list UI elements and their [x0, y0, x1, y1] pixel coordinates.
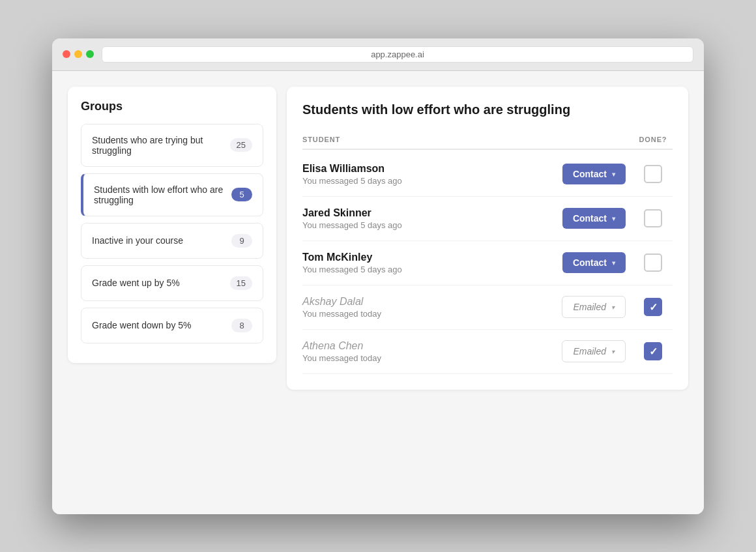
student-info: Elisa Williamson You messaged 5 days ago	[302, 163, 562, 186]
group-label: Students who are trying but struggling	[92, 135, 230, 156]
app-layout: Groups Students who are trying but strug…	[68, 87, 688, 390]
action-area: Emailed ▾	[562, 296, 673, 318]
address-bar[interactable]: app.zappee.ai	[102, 46, 693, 63]
group-label: Inactive in your course	[92, 235, 231, 246]
student-row-jared: Jared Skinner You messaged 5 days ago Co…	[302, 197, 673, 241]
done-checkbox-jared[interactable]	[644, 209, 662, 227]
done-checkbox-athena[interactable]	[644, 342, 662, 360]
group-item-inactive[interactable]: Inactive in your course 9	[81, 223, 263, 259]
action-button-athena[interactable]: Emailed ▾	[562, 340, 626, 362]
column-done: DONE?	[633, 136, 673, 143]
done-checkbox-elisa[interactable]	[644, 165, 662, 183]
student-info: Tom McKinley You messaged 5 days ago	[302, 252, 562, 274]
group-badge: 25	[230, 138, 252, 152]
student-info: Jared Skinner You messaged 5 days ago	[302, 207, 562, 230]
group-badge: 8	[231, 319, 252, 332]
chevron-down-icon: ▾	[612, 259, 615, 267]
sidebar: Groups Students who are trying but strug…	[68, 87, 276, 363]
traffic-lights	[63, 50, 94, 58]
action-button-tom[interactable]: Contact ▾	[562, 252, 626, 273]
student-sub: You messaged 5 days ago	[302, 220, 562, 230]
close-button[interactable]	[63, 50, 70, 58]
group-item-grade-up[interactable]: Grade went up by 5% 15	[81, 265, 263, 301]
minimize-button[interactable]	[74, 50, 82, 58]
group-badge: 15	[230, 276, 252, 290]
action-area: Contact ▾	[562, 164, 673, 184]
student-info: Akshay Dalal You messaged today	[302, 296, 562, 319]
students-list: Elisa Williamson You messaged 5 days ago…	[302, 153, 673, 374]
browser-content: Groups Students who are trying but strug…	[52, 71, 704, 514]
group-label: Students with low effort who are struggl…	[94, 184, 231, 205]
panel-title: Students with low effort who are struggl…	[302, 102, 673, 117]
done-col	[633, 209, 673, 227]
done-col	[633, 165, 673, 183]
group-badge: 5	[231, 188, 252, 201]
group-badge: 9	[231, 234, 252, 248]
done-col	[633, 298, 673, 316]
action-button-akshay[interactable]: Emailed ▾	[562, 296, 626, 318]
action-button-jared[interactable]: Contact ▾	[562, 208, 626, 229]
maximize-button[interactable]	[86, 50, 94, 58]
student-sub: You messaged today	[302, 353, 562, 363]
student-name: Jared Skinner	[302, 207, 562, 219]
action-label: Emailed	[573, 302, 606, 312]
browser-chrome: app.zappee.ai	[52, 38, 704, 71]
action-label: Contact	[573, 213, 607, 224]
student-sub: You messaged 5 days ago	[302, 176, 562, 186]
student-row-athena: Athena Chen You messaged today Emailed ▾	[302, 330, 673, 374]
group-item-grade-down[interactable]: Grade went down by 5% 8	[81, 308, 263, 343]
student-name: Elisa Williamson	[302, 163, 562, 175]
group-label: Grade went down by 5%	[92, 320, 231, 330]
group-label: Grade went up by 5%	[92, 278, 230, 288]
table-header: STUDENT DONE?	[302, 130, 673, 150]
main-panel: Students with low effort who are struggl…	[287, 87, 688, 390]
chevron-down-icon: ▾	[611, 348, 615, 355]
student-row-tom: Tom McKinley You messaged 5 days ago Con…	[302, 241, 673, 285]
student-info: Athena Chen You messaged today	[302, 340, 562, 363]
student-name: Athena Chen	[302, 340, 562, 352]
groups-list: Students who are trying but struggling 2…	[81, 124, 263, 343]
action-label: Contact	[573, 169, 607, 179]
student-sub: You messaged today	[302, 309, 562, 319]
action-label: Emailed	[573, 346, 606, 356]
done-checkbox-tom[interactable]	[644, 254, 662, 272]
sidebar-title: Groups	[81, 100, 263, 113]
chevron-down-icon: ▾	[612, 171, 615, 178]
done-checkbox-akshay[interactable]	[644, 298, 662, 316]
student-sub: You messaged 5 days ago	[302, 265, 562, 274]
action-area: Contact ▾	[562, 208, 673, 229]
column-student: STUDENT	[302, 136, 542, 143]
chevron-down-icon: ▾	[611, 304, 615, 311]
student-name: Tom McKinley	[302, 252, 562, 263]
action-button-elisa[interactable]: Contact ▾	[562, 164, 626, 184]
action-label: Contact	[573, 257, 607, 268]
action-area: Emailed ▾	[562, 340, 673, 362]
student-name: Akshay Dalal	[302, 296, 562, 308]
chevron-down-icon: ▾	[612, 215, 615, 222]
student-row-elisa: Elisa Williamson You messaged 5 days ago…	[302, 153, 673, 197]
group-item-trying-struggling[interactable]: Students who are trying but struggling 2…	[81, 124, 263, 167]
student-row-akshay: Akshay Dalal You messaged today Emailed …	[302, 285, 673, 330]
done-col	[633, 342, 673, 360]
group-item-low-effort-struggling[interactable]: Students with low effort who are struggl…	[81, 173, 263, 216]
done-col	[633, 254, 673, 272]
action-area: Contact ▾	[562, 252, 673, 273]
browser-window: app.zappee.ai Groups Students who are tr…	[52, 38, 704, 514]
